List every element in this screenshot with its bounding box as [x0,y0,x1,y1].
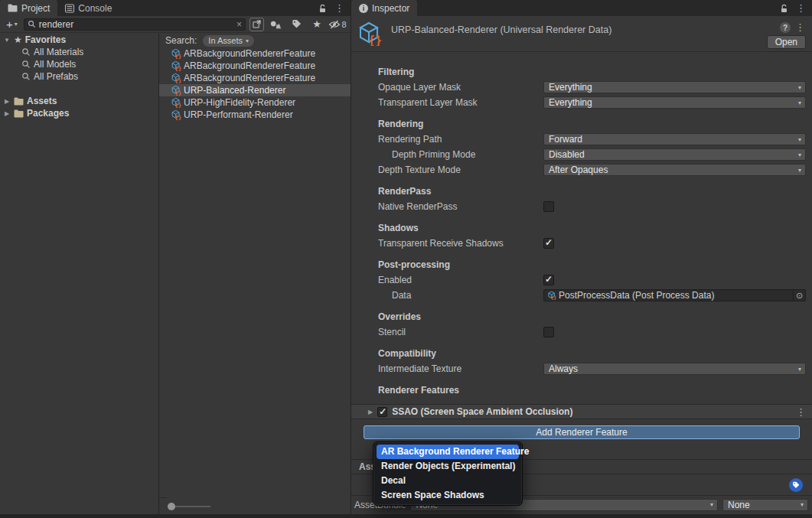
svg-text:{}: {} [174,114,181,120]
transparent-receive-shadows-checkbox[interactable]: ✓ [543,238,554,249]
tab-console[interactable]: Console [57,0,119,16]
svg-text:{}: {} [174,65,181,71]
native-renderpass-checkbox[interactable] [543,201,554,212]
menu-item-decal[interactable]: Decal [377,474,519,488]
tree-item-all-materials[interactable]: All Materials [0,46,158,58]
favorites-filter-button[interactable]: ★ [308,18,326,31]
depth-texture-mode-dropdown[interactable]: After Opaques▾ [543,164,806,176]
project-menu-icon[interactable]: ⋮ [334,3,344,13]
tab-console-label: Console [78,3,112,14]
eye-slash-icon [328,20,341,29]
inspector-menu-icon[interactable]: ⋮ [796,3,806,13]
dropdown-value: Always [549,363,578,374]
help-icon[interactable]: ? [780,22,791,33]
foldout-collapsed-icon[interactable]: ▶ [3,98,11,105]
asset-bundle-variant-dropdown[interactable]: None▾ [722,499,808,511]
inspector-title: URP-Balanced-Renderer (Universal Rendere… [391,24,611,35]
search-icon [21,72,31,81]
create-asset-button[interactable]: + ▾ [4,18,20,30]
tab-inspector[interactable]: i Inspector [351,0,417,16]
clear-search-icon[interactable]: × [236,19,242,30]
field-label: Depth Priming Mode [378,149,543,160]
inspector-header: {} URP-Balanced-Renderer (Universal Rend… [351,16,812,52]
result-row-selected[interactable]: {} URP-Balanced-Renderer [159,84,351,96]
open-search-window-button[interactable] [249,18,264,31]
section-rendering: Rendering [351,116,812,132]
lock-icon[interactable] [318,4,327,13]
open-button[interactable]: Open [767,35,806,49]
header-menu-icon[interactable]: ⋮ [795,22,805,32]
result-row[interactable]: {} ARBackgroundRendererFeature [159,60,351,72]
lock-icon[interactable] [780,4,788,13]
stencil-checkbox[interactable] [543,327,554,337]
search-scope-value: In Assets [208,36,243,45]
renderer-asset-icon: {} [171,73,181,83]
menu-item-screen-space-shadows[interactable]: Screen Space Shadows [377,488,519,503]
tree-item-packages[interactable]: ▶ Packages [0,107,158,119]
field-transparent-layer-mask: Transparent Layer Mask Everything▾ [351,95,812,110]
result-row[interactable]: {} ARBackgroundRendererFeature [159,72,351,84]
filter-by-label-button[interactable] [287,18,305,31]
opaque-layer-mask-dropdown[interactable]: Everything▾ [543,81,806,93]
result-row[interactable]: {} ARBackgroundRendererFeature [159,47,351,60]
field-rendering-path: Rendering Path Forward▾ [351,132,812,147]
open-new-window-icon [253,20,261,28]
rendering-path-dropdown[interactable]: Forward▾ [543,133,806,145]
dropdown-value: Everything [549,97,592,108]
field-label: Enabled [378,275,543,285]
hidden-packages-button[interactable]: 8 [328,18,347,31]
dropdown-value: Everything [549,82,592,93]
renderer-asset-icon: {} [171,97,181,108]
depth-priming-mode-dropdown[interactable]: Disabled▾ [543,148,806,161]
tree-item-assets[interactable]: ▶ Assets [0,95,158,107]
tree-item-all-models[interactable]: All Models [0,58,158,70]
renderer-feature-ssao[interactable]: ▶ ✓ SSAO (Screen Space Ambient Occlusion… [351,404,812,419]
postprocess-data-icon: {} [547,291,556,300]
transparent-layer-mask-dropdown[interactable]: Everything▾ [543,96,806,109]
ssao-enabled-checkbox[interactable]: ✓ [377,407,387,417]
menu-item-ar-background-renderer-feature[interactable]: AR Background Renderer Feature [377,445,519,459]
folder-icon [8,4,18,12]
foldout-collapsed-icon[interactable]: ▶ [368,409,373,415]
ssao-menu-icon[interactable]: ⋮ [796,407,806,417]
search-results-header: Search: In Assets ▾ [159,34,351,47]
tree-item-favorites[interactable]: ▼ ★ Favorites [0,34,158,46]
tab-inspector-label: Inspector [372,3,409,14]
project-toolbar: + ▾ renderer × ★ 8 [0,16,351,33]
dropdown-value: Forward [549,134,582,145]
thumbnail-zoom-slider[interactable] [168,503,210,510]
field-label: Depth Texture Mode [378,165,543,175]
slider-handle[interactable] [168,503,175,510]
label-tag-icon [292,19,302,29]
inspector-panel: i Inspector ⋮ {} URP-Balanced-Renderer (… [351,0,812,518]
svg-text:{}: {} [174,53,181,59]
chevron-down-icon: ▾ [798,366,801,373]
search-input[interactable]: renderer × [24,18,246,31]
inspector-tabstrip-controls: ⋮ [780,0,812,16]
result-label: URP-Performant-Renderer [184,109,293,120]
field-label: Transparent Receive Shadows [378,238,543,249]
add-renderer-feature-button[interactable]: Add Renderer Feature [364,425,800,439]
result-row[interactable]: {} URP-HighFidelity-Renderer [159,96,351,109]
tab-project[interactable]: Project [0,0,57,16]
section-filtering: Filtering [351,64,812,80]
field-opaque-layer-mask: Opaque Layer Mask Everything▾ [351,80,812,95]
search-scope-dropdown[interactable]: In Assets ▾ [203,35,254,47]
filter-by-type-button[interactable] [266,18,285,31]
chevron-down-icon: ▾ [15,21,18,28]
postprocessing-enabled-checkbox[interactable]: ✓ [543,275,554,285]
foldout-expanded-icon[interactable]: ▼ [3,37,11,44]
tree-item-all-prefabs[interactable]: All Prefabs [0,70,158,83]
foldout-collapsed-icon[interactable]: ▶ [3,110,11,117]
object-picker-icon[interactable]: ⊙ [793,290,805,301]
folder-icon [14,97,24,106]
field-label: Transparent Layer Mask [378,97,543,108]
intermediate-texture-dropdown[interactable]: Always▾ [543,363,806,375]
add-label-button[interactable] [789,478,803,492]
result-row[interactable]: {} URP-Performant-Renderer [159,109,351,121]
menu-item-render-objects[interactable]: Render Objects (Experimental) [377,459,519,474]
section-renderer-features: Renderer Features [351,383,812,398]
field-depth-texture-mode: Depth Texture Mode After Opaques▾ [351,162,812,178]
panel-divider[interactable] [351,0,351,518]
postprocess-data-object-field[interactable]: {} PostProcessData (Post Process Data) ⊙ [543,289,806,301]
